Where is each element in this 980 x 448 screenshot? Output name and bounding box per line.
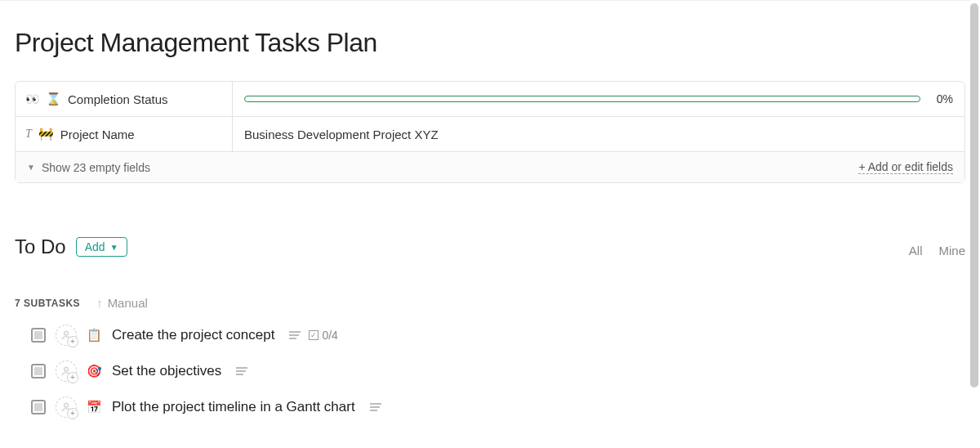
todo-title: To Do (15, 235, 66, 258)
description-icon (370, 403, 381, 411)
barrier-icon: 🚧 (38, 127, 54, 141)
field-label-completion-status: 👀 ⌛ Completion Status (16, 82, 233, 116)
progress-bar: 0% (244, 92, 953, 105)
add-edit-fields-label: + Add or edit fields (858, 160, 953, 173)
project-name-value: Business Development Project XYZ (244, 128, 439, 141)
page-title: Project Management Tasks Plan (15, 28, 965, 58)
add-button-label: Add (85, 240, 105, 253)
add-button[interactable]: Add ▼ (76, 237, 127, 257)
field-value-completion-status: 0% (233, 82, 964, 116)
sort-label: Manual (108, 296, 148, 310)
field-label-text: Project Name (60, 128, 135, 141)
checkbox-icon: ✓ (309, 330, 318, 340)
task-emoji-icon: 🎯 (87, 364, 102, 379)
todo-section-left: To Do Add ▼ (15, 235, 127, 258)
person-icon (60, 329, 72, 341)
field-label-project-name: T 🚧 Project Name (16, 117, 233, 151)
caret-down-icon: ▼ (27, 163, 35, 172)
subtasks-header: 7 SUBTASKS ↑ Manual (15, 296, 965, 310)
page-container: Project Management Tasks Plan 👀 ⌛ Comple… (0, 28, 980, 418)
task-title: Plot the project timeline in a Gantt cha… (112, 399, 355, 415)
caret-down-icon: ▼ (110, 243, 118, 252)
subtask-count-text: 0/4 (322, 329, 337, 342)
field-row-project-name[interactable]: T 🚧 Project Name Business Development Pr… (16, 117, 964, 152)
task-row[interactable]: 🎯Set the objectives (31, 361, 965, 382)
task-emoji-icon: 📅 (87, 400, 102, 414)
todo-section-header: To Do Add ▼ All Mine (15, 235, 965, 258)
show-empty-fields-button[interactable]: ▼ Show 23 empty fields (27, 161, 150, 174)
task-checkbox[interactable] (31, 364, 46, 379)
vertical-scrollbar[interactable] (970, 3, 978, 445)
eyes-icon: 👀 (25, 92, 39, 105)
svg-point-2 (65, 403, 69, 407)
task-checkbox[interactable] (31, 400, 46, 414)
field-row-completion-status[interactable]: 👀 ⌛ Completion Status 0% (16, 82, 964, 117)
top-divider (0, 0, 970, 1)
task-row[interactable]: 📋Create the project concept✓0/4 (31, 325, 965, 346)
field-value-project-name[interactable]: Business Development Project XYZ (233, 117, 964, 151)
task-list: 📋Create the project concept✓0/4🎯Set the … (15, 325, 965, 418)
todo-filters: All Mine (909, 244, 965, 258)
fields-footer: ▼ Show 23 empty fields + Add or edit fie… (16, 152, 964, 182)
task-checkbox[interactable] (31, 328, 46, 343)
task-emoji-icon: 📋 (87, 328, 102, 343)
task-title: Create the project concept (112, 327, 274, 343)
assignee-avatar[interactable] (56, 325, 77, 346)
hourglass-icon: ⌛ (46, 92, 61, 106)
progress-track (244, 96, 920, 102)
person-icon (60, 401, 72, 413)
filter-mine[interactable]: Mine (938, 244, 965, 258)
arrow-up-icon: ↑ (96, 296, 103, 310)
description-icon (236, 367, 247, 375)
scrollbar-thumb[interactable] (970, 3, 978, 388)
show-empty-fields-label: Show 23 empty fields (42, 161, 150, 174)
sort-button[interactable]: ↑ Manual (96, 296, 148, 310)
assignee-avatar[interactable] (56, 396, 77, 418)
assignee-avatar[interactable] (56, 361, 77, 382)
svg-point-0 (65, 331, 69, 335)
svg-point-1 (65, 367, 69, 371)
add-edit-fields-button[interactable]: + Add or edit fields (858, 160, 953, 174)
subtask-count: ✓0/4 (309, 329, 337, 342)
text-type-icon: T (25, 128, 32, 141)
person-icon (60, 365, 72, 377)
progress-percent: 0% (929, 92, 953, 105)
task-row[interactable]: 📅Plot the project timeline in a Gantt ch… (31, 396, 965, 418)
field-label-text: Completion Status (68, 92, 168, 106)
task-title: Set the objectives (112, 363, 221, 379)
fields-table: 👀 ⌛ Completion Status 0% T 🚧 Project Nam… (15, 81, 965, 183)
task-meta-icons: ✓0/4 (289, 329, 337, 342)
filter-all[interactable]: All (909, 244, 923, 258)
subtasks-count: 7 SUBTASKS (15, 298, 80, 309)
description-icon (289, 331, 301, 339)
task-meta-icons (370, 403, 381, 411)
task-meta-icons (236, 367, 247, 375)
